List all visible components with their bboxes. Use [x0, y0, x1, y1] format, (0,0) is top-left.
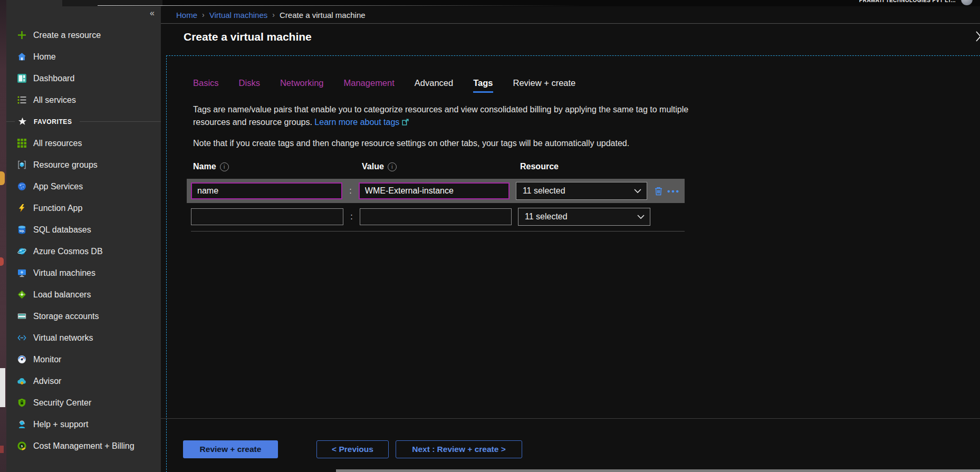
tab-advanced[interactable]: Advanced	[415, 78, 453, 93]
desktop-launcher-icon	[0, 257, 4, 266]
more-options-button[interactable]: •••	[667, 187, 680, 196]
sidebar-item-security-center[interactable]: Security Center	[6, 392, 161, 413]
breadcrumb-link-virtual-machines[interactable]: Virtual machines	[209, 11, 268, 20]
resource-groups-icon	[17, 160, 26, 169]
sidebar-item-sql-databases[interactable]: SQL SQL databases	[6, 219, 161, 240]
tags-table: Name i Value i Resource : 11 selected	[193, 162, 980, 232]
sidebar-item-monitor[interactable]: Monitor	[6, 349, 161, 370]
account-avatar[interactable]	[961, 0, 973, 5]
sidebar-item-advisor[interactable]: Advisor	[6, 370, 161, 392]
tag-value-input[interactable]	[360, 208, 512, 225]
sql-databases-icon: SQL	[17, 225, 26, 234]
name-value-separator: :	[343, 212, 360, 221]
sidebar-item-storage-accounts[interactable]: Storage accounts	[6, 305, 161, 327]
footer-buttons: Review + create < Previous Next : Review…	[183, 440, 522, 458]
info-icon[interactable]: i	[220, 162, 229, 171]
sidebar-item-help-support[interactable]: Help + support	[6, 413, 161, 435]
tags-table-header: Name i Value i Resource	[193, 162, 980, 171]
sidebar-item-function-app[interactable]: Function App	[6, 197, 161, 219]
chevron-right-icon[interactable]	[975, 31, 980, 44]
tab-review-create[interactable]: Review + create	[513, 78, 576, 93]
sidebar-favorites-header: FAVORITES	[6, 111, 161, 132]
resource-dropdown[interactable]: 11 selected	[516, 182, 647, 200]
sidebar-item-dashboard[interactable]: Dashboard	[6, 68, 161, 89]
breadcrumb: Home › Virtual machines › Create a virtu…	[161, 6, 980, 24]
sidebar-item-label: SQL databases	[33, 225, 91, 235]
star-icon	[18, 117, 27, 126]
sidebar-item-virtual-machines[interactable]: Virtual machines	[6, 262, 161, 284]
desktop-launcher-icon	[0, 446, 4, 453]
tag-row-1: : 11 selected •••	[187, 179, 685, 203]
next-button[interactable]: Next : Review + create >	[396, 440, 522, 458]
top-bar-hairline	[98, 5, 980, 6]
tenant-name[interactable]: PRAMATI TECHNOLOGIES PVT LT...	[859, 0, 956, 6]
divider	[6, 121, 15, 122]
sidebar-collapse-icon[interactable]: «	[150, 8, 155, 18]
sidebar-item-virtual-networks[interactable]: Virtual networks	[6, 327, 161, 349]
sidebar-item-all-services[interactable]: All services	[6, 89, 161, 111]
main-content: Home › Virtual machines › Create a virtu…	[161, 6, 980, 472]
plus-icon	[17, 31, 26, 40]
tag-name-input[interactable]	[191, 182, 342, 199]
sidebar-item-resource-groups[interactable]: Resource groups	[6, 154, 161, 176]
footer-divider	[161, 418, 980, 419]
sidebar-item-label: Advisor	[33, 377, 61, 386]
delete-row-button[interactable]	[654, 186, 663, 196]
tab-disks[interactable]: Disks	[239, 78, 260, 93]
tab-basics[interactable]: Basics	[193, 78, 219, 93]
cost-management-icon: $	[17, 441, 26, 450]
sidebar-item-app-services[interactable]: App Services	[6, 176, 161, 197]
learn-more-link[interactable]: Learn more about tags	[314, 118, 399, 127]
all-resources-icon	[17, 139, 26, 148]
tag-name-input[interactable]	[191, 208, 343, 225]
security-center-icon	[17, 398, 26, 407]
tab-networking[interactable]: Networking	[280, 78, 324, 93]
resource-dropdown-value: 11 selected	[523, 186, 565, 196]
intro-text: Tags are name/value pairs that enable yo…	[193, 105, 688, 127]
sidebar-item-label: All services	[33, 95, 76, 105]
dashboard-icon	[17, 74, 26, 83]
virtual-networks-icon	[17, 333, 26, 342]
value-header: Value	[362, 162, 384, 171]
sidebar-nav: Create a resource Home Dashboard All ser…	[6, 24, 161, 457]
sidebar-item-home[interactable]: Home	[6, 46, 161, 68]
svg-text:$: $	[21, 444, 23, 448]
name-value-separator: :	[342, 186, 359, 196]
sidebar-item-label: Resource groups	[33, 160, 98, 170]
tags-intro-text: Tags are name/value pairs that enable yo…	[193, 103, 723, 129]
divider	[80, 121, 161, 122]
resource-dropdown[interactable]: 11 selected	[518, 208, 650, 226]
sidebar-item-label: Function App	[33, 204, 82, 213]
tab-tags[interactable]: Tags	[473, 78, 493, 93]
home-icon	[17, 52, 26, 61]
sidebar-item-cost-management-billing[interactable]: $ Cost Management + Billing	[6, 435, 161, 457]
function-app-icon	[17, 204, 26, 213]
name-header: Name	[193, 162, 216, 171]
top-bar: PRAMATI TECHNOLOGIES PVT LT...	[6, 0, 980, 6]
monitor-icon	[17, 355, 26, 364]
resource-header: Resource	[520, 162, 559, 171]
svg-text:SQL: SQL	[20, 230, 25, 233]
breadcrumb-separator-icon: ›	[272, 11, 275, 19]
breadcrumb-link-home[interactable]: Home	[176, 11, 197, 20]
sidebar-item-label: All resources	[33, 139, 82, 148]
sidebar: « Create a resource Home Dashboard All s…	[6, 6, 161, 472]
tag-value-input[interactable]	[359, 182, 510, 199]
breadcrumb-separator-icon: ›	[202, 11, 205, 19]
tab-management[interactable]: Management	[344, 78, 395, 93]
chevron-down-icon	[634, 186, 641, 196]
sidebar-item-all-resources[interactable]: All resources	[6, 132, 161, 154]
virtual-machines-icon	[17, 268, 26, 277]
sidebar-item-load-balancers[interactable]: Load balancers	[6, 284, 161, 305]
info-icon[interactable]: i	[388, 162, 397, 171]
sidebar-item-label: Virtual networks	[33, 333, 93, 343]
review-create-button[interactable]: Review + create	[183, 440, 278, 458]
sidebar-item-azure-cosmos-db[interactable]: Azure Cosmos DB	[6, 240, 161, 262]
sidebar-item-label: Virtual machines	[33, 268, 95, 278]
previous-button[interactable]: < Previous	[316, 440, 389, 458]
sidebar-item-label: App Services	[33, 182, 83, 191]
desktop-launcher-icon	[0, 171, 5, 185]
resource-dropdown-value: 11 selected	[525, 212, 568, 221]
horizontal-scrollbar[interactable]	[336, 469, 980, 472]
sidebar-item-create-a-resource[interactable]: Create a resource	[6, 24, 161, 46]
